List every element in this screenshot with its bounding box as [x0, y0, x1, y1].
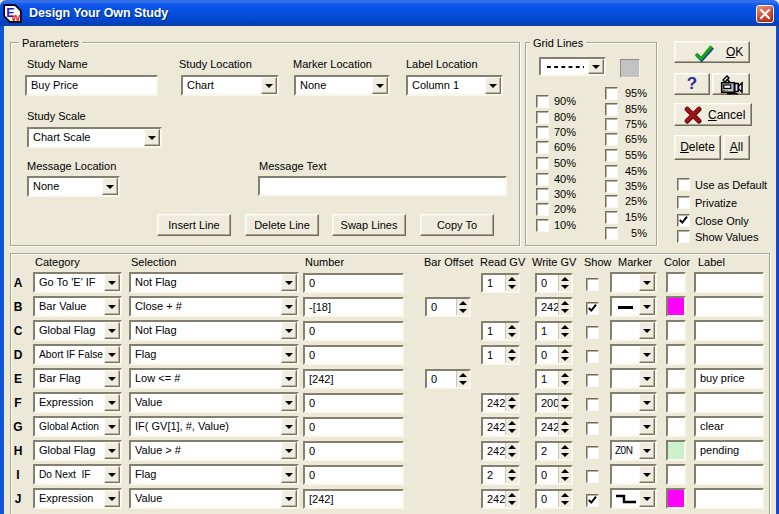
svg-text:W: W	[11, 12, 20, 23]
